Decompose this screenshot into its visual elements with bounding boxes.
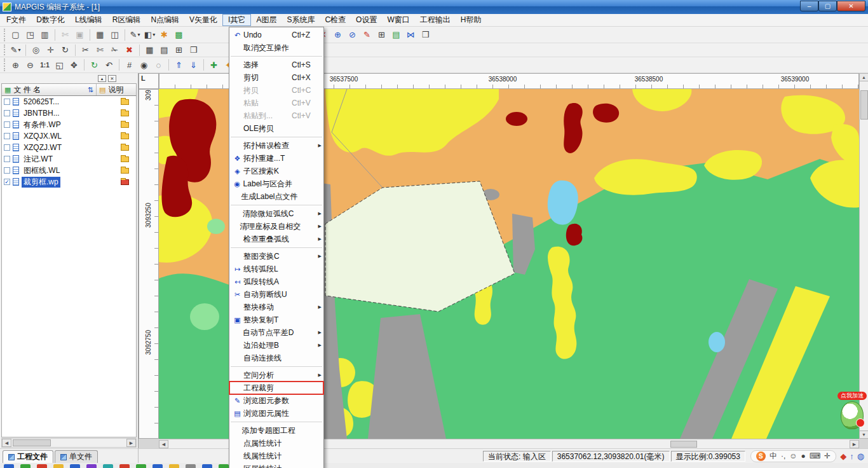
context-menu-item-36[interactable]: 点属性统计 bbox=[229, 437, 323, 450]
context-menu-item-17[interactable]: 清理座标及自相交▶ bbox=[229, 220, 323, 233]
table-icon[interactable]: ▦ bbox=[143, 44, 156, 57]
sort-icon[interactable]: ⇅ bbox=[88, 86, 93, 94]
context-menu-item-33[interactable]: ▤浏览图元属性 bbox=[229, 407, 323, 420]
file-row[interactable]: 有条件.WP bbox=[2, 119, 136, 130]
context-menu-item-11[interactable]: ❖拓扑重建...T bbox=[229, 152, 323, 165]
menu-item-13[interactable]: H帮助 bbox=[456, 14, 487, 26]
file-row[interactable]: 注记.WT bbox=[2, 153, 136, 165]
menu-item-2[interactable]: L线编辑 bbox=[70, 14, 107, 26]
emoji-icon[interactable]: ☺ bbox=[789, 451, 797, 460]
toolbox-icon[interactable]: ✛ bbox=[824, 451, 831, 460]
file-check-icon[interactable] bbox=[4, 121, 10, 128]
accelerator-label[interactable]: 点我加速 bbox=[837, 392, 867, 400]
file-check-icon[interactable] bbox=[4, 156, 10, 162]
menu-item-3[interactable]: R区编辑 bbox=[107, 14, 146, 26]
folder-icon[interactable] bbox=[121, 168, 129, 174]
menu-item-7[interactable]: A图层 bbox=[251, 14, 281, 26]
mic-icon[interactable]: ● bbox=[801, 451, 806, 460]
scroll-left-icon[interactable]: ◀ bbox=[2, 439, 11, 447]
context-menu-item-16[interactable]: 清除微短弧线C▶ bbox=[229, 207, 323, 220]
minimize-button[interactable]: – bbox=[800, 1, 818, 11]
context-menu-item-28[interactable]: 自动连接线 bbox=[229, 352, 323, 364]
panel-dock-icon[interactable]: ▴ bbox=[98, 75, 106, 82]
window2-icon[interactable]: ❒ bbox=[187, 44, 200, 57]
context-menu-item-24[interactable]: 整块移动▶ bbox=[229, 301, 323, 313]
symbol-style-icon[interactable]: ✱ bbox=[158, 29, 171, 41]
pan-icon[interactable]: ✥ bbox=[67, 59, 81, 71]
context-menu-item-3[interactable]: 选择Ctl+S bbox=[229, 59, 323, 71]
search-icon[interactable]: ◌ bbox=[152, 59, 165, 71]
redraw-icon[interactable]: ↻ bbox=[88, 59, 101, 71]
tab-project-files[interactable]: 工程文件 bbox=[3, 450, 53, 463]
context-menu-item-12[interactable]: ◈子区搜索K bbox=[229, 165, 323, 177]
filename-column-header[interactable]: 文 件 名 bbox=[13, 85, 41, 95]
move-icon[interactable]: ✛ bbox=[44, 44, 57, 57]
cut-icon[interactable]: ✄ bbox=[58, 29, 72, 41]
pen-style-icon[interactable]: ✎▾ bbox=[128, 29, 142, 41]
palette-icon[interactable]: ▩ bbox=[172, 29, 186, 41]
scrollbar-thumb[interactable] bbox=[670, 441, 697, 448]
toolbar-drag-handle[interactable] bbox=[4, 45, 6, 55]
keyboard-icon[interactable]: ⌨ bbox=[810, 451, 820, 460]
file-name[interactable]: 图框线.WL bbox=[22, 165, 62, 176]
bottom-toolbar-icon[interactable] bbox=[186, 464, 196, 468]
menu-item-0[interactable]: F文件 bbox=[1, 14, 31, 26]
cut-line-icon[interactable]: ✂ bbox=[79, 44, 92, 57]
copy-icon[interactable]: ▣ bbox=[73, 29, 86, 41]
tab-single-file[interactable]: 单文件 bbox=[55, 450, 98, 463]
file-name[interactable]: XZQJX.WL bbox=[22, 132, 64, 141]
menu-item-6[interactable]: I其它 bbox=[222, 14, 251, 26]
context-menu-item-32[interactable]: ✎浏览图元参数 bbox=[229, 394, 323, 407]
context-menu-item-37[interactable]: 线属性统计 bbox=[229, 450, 323, 462]
edit-pen-icon[interactable]: ✎▾ bbox=[9, 44, 22, 57]
accelerator-mascot-icon[interactable] bbox=[841, 401, 864, 429]
delete-node-icon[interactable]: ✖ bbox=[123, 44, 136, 57]
file-row[interactable]: JBNTBH... bbox=[2, 107, 136, 119]
file-row[interactable]: XZQJX.WL bbox=[2, 130, 136, 142]
context-menu-item-23[interactable]: ✂自动剪断线U bbox=[229, 288, 323, 301]
menu-item-8[interactable]: S系统库 bbox=[281, 14, 320, 26]
print-preview-icon[interactable]: ◫ bbox=[108, 29, 121, 41]
toolbar-drag-handle[interactable] bbox=[4, 59, 6, 71]
bottom-toolbar-icon[interactable] bbox=[153, 464, 163, 468]
map-vertical-scrollbar[interactable]: ▲ ▼ bbox=[859, 73, 868, 439]
context-menu-item-13[interactable]: ◉Label与区合并 bbox=[229, 177, 323, 190]
dropdown-arrow-icon[interactable]: ▾ bbox=[137, 32, 140, 38]
file-check-icon[interactable] bbox=[4, 110, 10, 116]
folder-icon[interactable] bbox=[121, 111, 129, 116]
grid2-icon[interactable]: ⊞ bbox=[172, 44, 186, 57]
previous-view-icon[interactable]: ↶ bbox=[102, 59, 116, 71]
menu-item-5[interactable]: V矢量化 bbox=[184, 14, 222, 26]
add-icon[interactable]: ✚ bbox=[207, 59, 220, 71]
fill-style-icon[interactable]: ◧▾ bbox=[143, 29, 156, 41]
menu-item-4[interactable]: N点编辑 bbox=[146, 14, 184, 26]
scroll-right-icon[interactable]: ▶ bbox=[850, 440, 859, 448]
new-file-icon[interactable]: ▢ bbox=[9, 29, 22, 41]
break-line-icon[interactable]: ✁ bbox=[108, 44, 121, 57]
project-clip-item[interactable]: 工程裁剪 bbox=[229, 382, 323, 394]
select-icon[interactable]: ◎ bbox=[29, 44, 43, 57]
zoom-1to1-icon[interactable]: 1:1 bbox=[38, 59, 51, 71]
scrollbar-thumb[interactable] bbox=[860, 90, 868, 120]
accelerator-overlay[interactable]: 点我加速 bbox=[837, 392, 867, 429]
file-name[interactable]: 注记.WT bbox=[22, 154, 55, 165]
sogou-logo-icon[interactable]: S bbox=[756, 451, 766, 461]
measure-icon[interactable]: # bbox=[123, 59, 136, 71]
context-menu-item-22[interactable]: ↤弧段转线A bbox=[229, 275, 323, 288]
file-row[interactable]: XZQZJ.WT bbox=[2, 142, 136, 153]
context-menu-item-0[interactable]: ↶UndoCtl+Z bbox=[229, 29, 323, 41]
print-icon[interactable]: ▦ bbox=[93, 29, 107, 41]
file-name[interactable]: 有条件.WP bbox=[22, 120, 63, 130]
dropdown-arrow-icon[interactable]: ▾ bbox=[18, 47, 20, 53]
scrollbar-thumb[interactable] bbox=[13, 439, 51, 446]
library-icon[interactable]: ▤ bbox=[390, 29, 403, 41]
context-menu-item-38[interactable]: 区属性统计 bbox=[229, 462, 323, 468]
open-project-icon[interactable]: ◳ bbox=[24, 29, 37, 41]
grid-icon[interactable]: ⊞ bbox=[375, 29, 388, 41]
context-menu-item-21[interactable]: ↦线转弧段L bbox=[229, 263, 323, 275]
close-button[interactable]: ✕ bbox=[837, 1, 865, 11]
info-icon[interactable]: ◉ bbox=[137, 59, 151, 71]
punctuation-icon[interactable]: ·, bbox=[781, 451, 785, 460]
project-tree-icon[interactable]: ▦ bbox=[4, 86, 11, 94]
menu-item-1[interactable]: D数字化 bbox=[31, 14, 70, 26]
